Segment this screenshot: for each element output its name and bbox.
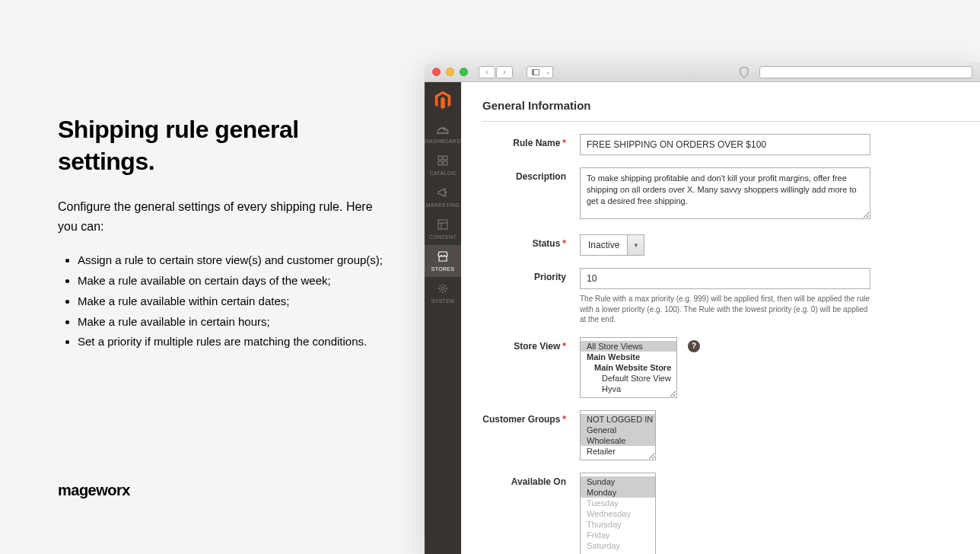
available-on-row: Available On Sunday Monday Tuesday Wedne…	[482, 473, 980, 555]
content-icon	[438, 219, 448, 232]
privacy-shield-icon[interactable]	[740, 67, 750, 78]
chevron-down-icon: ▼	[627, 235, 644, 255]
field-label: Customer Groups*	[482, 410, 580, 425]
sidebar-item-label: CONTENT	[429, 234, 457, 240]
sidebar-toggle-button[interactable]	[527, 66, 545, 78]
help-icon[interactable]: ?	[688, 340, 700, 352]
browser-window: ‹ › ⌄ DASHBOARD	[425, 62, 980, 554]
stores-icon	[437, 251, 449, 264]
svg-rect-2	[438, 161, 442, 165]
sidebar-item-label: MARKETING	[426, 202, 460, 208]
ms-option[interactable]: Retailer	[581, 446, 655, 457]
sidebar-item-label: DASHBOARD	[425, 138, 460, 144]
ms-option[interactable]: Main Website	[581, 352, 676, 362]
field-label: Description	[482, 167, 580, 182]
available-on-multiselect[interactable]: Sunday Monday Tuesday Wednesday Thursday…	[580, 473, 656, 555]
ms-option[interactable]: Hyva	[581, 384, 676, 394]
url-bar[interactable]	[759, 66, 972, 78]
svg-rect-1	[444, 156, 447, 160]
priority-input[interactable]	[580, 268, 870, 289]
svg-point-7	[441, 287, 444, 290]
customer-groups-multiselect[interactable]: NOT LOGGED IN General Wholesale Retailer	[580, 410, 656, 460]
ms-option[interactable]: General	[581, 425, 655, 435]
sidebar-item-label: SYSTEM	[431, 298, 455, 304]
list-item: Make a rule available in certain hours;	[78, 313, 393, 332]
window-controls	[432, 68, 468, 76]
section-title: General Information	[482, 99, 980, 122]
form-area: General Information Rule Name* Descripti…	[461, 82, 980, 554]
sidebar-item-label: STORES	[431, 266, 454, 272]
store-view-row: Store View* All Store Views Main Website…	[482, 337, 980, 398]
field-label: Store View*	[482, 337, 580, 352]
rule-name-row: Rule Name*	[482, 134, 980, 155]
ms-option[interactable]: All Store Views	[581, 341, 676, 352]
ms-option[interactable]: Wednesday	[581, 508, 655, 519]
page-title: Shipping rule general settings.	[58, 114, 393, 177]
list-item: Make a rule available on certain days of…	[78, 272, 393, 291]
dashboard-icon	[437, 123, 449, 136]
list-item: Set a priority if multiple rules are mat…	[78, 333, 393, 352]
svg-rect-0	[438, 156, 442, 160]
close-button[interactable]	[432, 68, 441, 76]
store-view-multiselect[interactable]: All Store Views Main Website Main Websit…	[580, 337, 677, 398]
gear-icon	[438, 283, 448, 296]
forward-button[interactable]: ›	[496, 66, 513, 78]
subtitle: Configure the general settings of every …	[58, 197, 393, 236]
priority-row: Priority The Rule with a max priority (e…	[482, 268, 980, 325]
maximize-button[interactable]	[460, 68, 468, 76]
ms-option[interactable]: Monday	[581, 487, 655, 498]
magento-logo-icon	[432, 90, 453, 111]
sidebar-item-marketing[interactable]: MARKETING	[425, 181, 461, 213]
svg-rect-4	[438, 220, 447, 229]
field-label: Available On	[482, 473, 580, 487]
ms-option[interactable]: Thursday	[581, 519, 655, 530]
feature-list: Assign a rule to certain store view(s) a…	[58, 251, 393, 352]
catalog-icon	[438, 155, 448, 168]
description-textarea[interactable]: To make shipping profitable and don't ki…	[580, 167, 870, 219]
title-bar: ‹ › ⌄	[425, 62, 980, 82]
list-item: Assign a rule to certain store view(s) a…	[78, 251, 393, 270]
description-row: Description To make shipping profitable …	[482, 167, 980, 222]
ms-option[interactable]: Friday	[581, 530, 655, 540]
sidebar-item-stores[interactable]: STORES	[425, 245, 461, 277]
ms-option[interactable]: Default Store View	[581, 373, 676, 384]
app-content: DASHBOARD CATALOG MARKETING CONTENT	[425, 82, 980, 554]
ms-option[interactable]: Wholesale	[581, 435, 655, 446]
rule-name-input[interactable]	[580, 134, 870, 155]
status-select[interactable]: Inactive ▼	[580, 234, 644, 256]
field-label: Status*	[482, 234, 580, 249]
minimize-button[interactable]	[446, 68, 454, 76]
sidebar-item-content[interactable]: CONTENT	[425, 213, 461, 245]
ms-option[interactable]: Tuesday	[581, 498, 655, 508]
list-item: Make a rule available within certain dat…	[78, 292, 393, 311]
ms-option[interactable]: Sunday	[581, 476, 655, 487]
sidebar-item-label: CATALOG	[430, 170, 457, 176]
field-label: Priority	[482, 268, 580, 282]
marketing-icon	[438, 187, 448, 200]
status-row: Status* Inactive ▼	[482, 234, 980, 256]
brand-logo: mageworx	[58, 482, 130, 499]
sidebar-dropdown[interactable]: ⌄	[544, 66, 553, 78]
ms-option[interactable]: Saturday	[581, 540, 655, 551]
customer-groups-row: Customer Groups* NOT LOGGED IN General W…	[482, 410, 980, 460]
back-button[interactable]: ‹	[479, 66, 495, 78]
field-label: Rule Name*	[482, 134, 580, 148]
marketing-left-panel: Shipping rule general settings. Configur…	[58, 114, 393, 353]
sidebar-item-catalog[interactable]: CATALOG	[425, 149, 461, 181]
admin-sidebar: DASHBOARD CATALOG MARKETING CONTENT	[425, 82, 461, 554]
nav-buttons: ‹ ›	[479, 66, 513, 78]
sidebar-item-dashboard[interactable]: DASHBOARD	[425, 117, 461, 149]
helper-text: The Rule with a max priority (e.g. 999) …	[580, 294, 870, 325]
ms-option[interactable]: Main Website Store	[581, 362, 676, 373]
svg-rect-3	[444, 161, 447, 165]
select-value: Inactive	[581, 235, 627, 255]
sidebar-item-system[interactable]: SYSTEM	[425, 277, 461, 309]
ms-option[interactable]: NOT LOGGED IN	[581, 414, 655, 425]
